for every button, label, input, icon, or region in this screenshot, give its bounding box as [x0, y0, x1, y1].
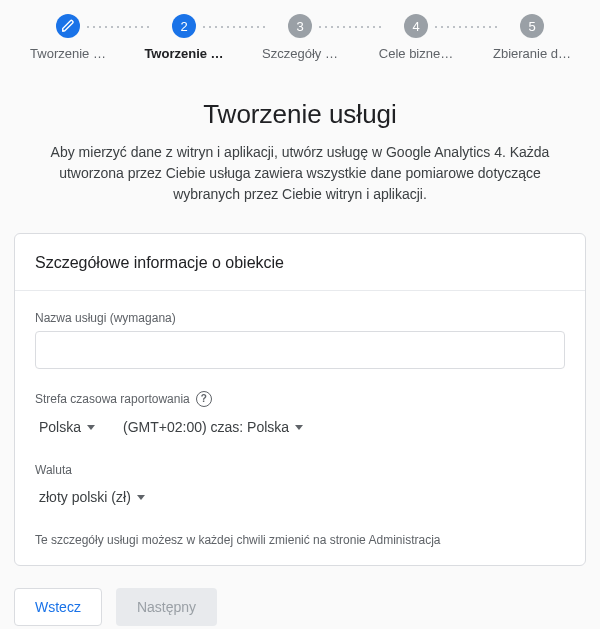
card-header: Szczegółowe informacje o obiekcie: [15, 234, 585, 291]
property-details-card: Szczegółowe informacje o obiekcie Nazwa …: [14, 233, 586, 566]
back-button[interactable]: Wstecz: [14, 588, 102, 626]
step-number-icon: 5: [520, 14, 544, 38]
country-dropdown[interactable]: Polska: [35, 413, 99, 441]
pencil-icon: [56, 14, 80, 38]
page-title: Tworzenie usługi: [0, 99, 600, 130]
step-2[interactable]: 2 Tworzenie …: [134, 14, 234, 61]
timezone-label-text: Strefa czasowa raportowania: [35, 392, 190, 406]
step-label: Tworzenie …: [30, 46, 106, 61]
step-1[interactable]: Tworzenie …: [18, 14, 118, 61]
step-number-icon: 4: [404, 14, 428, 38]
timezone-label: Strefa czasowa raportowania ?: [35, 391, 565, 407]
step-label: Cele bizne…: [379, 46, 453, 61]
wizard-footer: Wstecz Następny: [0, 566, 600, 629]
chevron-down-icon: [295, 425, 303, 430]
timezone-block: Strefa czasowa raportowania ? Polska (GM…: [35, 391, 565, 441]
step-label: Zbieranie d…: [493, 46, 571, 61]
page-subtitle: Aby mierzyć dane z witryn i aplikacji, u…: [30, 142, 570, 205]
next-button-label: Następny: [137, 599, 196, 615]
next-button[interactable]: Następny: [116, 588, 217, 626]
step-number-icon: 2: [172, 14, 196, 38]
service-name-label: Nazwa usługi (wymagana): [35, 311, 565, 325]
service-name-input[interactable]: [35, 331, 565, 369]
chevron-down-icon: [137, 495, 145, 500]
currency-dropdown[interactable]: złoty polski (zł): [35, 483, 149, 511]
country-dropdown-value: Polska: [39, 419, 81, 435]
card-footnote: Te szczegóły usługi możesz w każdej chwi…: [35, 533, 565, 547]
help-icon[interactable]: ?: [196, 391, 212, 407]
currency-dropdown-value: złoty polski (zł): [39, 489, 131, 505]
step-4[interactable]: 4 Cele bizne…: [366, 14, 466, 61]
stepper: Tworzenie … 2 Tworzenie … 3 Szczegóły … …: [0, 0, 600, 61]
timezone-dropdown-value: (GMT+02:00) czas: Polska: [123, 419, 289, 435]
service-name-block: Nazwa usługi (wymagana): [35, 311, 565, 369]
step-number-icon: 3: [288, 14, 312, 38]
chevron-down-icon: [87, 425, 95, 430]
step-label: Tworzenie …: [144, 46, 223, 61]
step-5[interactable]: 5 Zbieranie d…: [482, 14, 582, 61]
step-3[interactable]: 3 Szczegóły …: [250, 14, 350, 61]
back-button-label: Wstecz: [35, 599, 81, 615]
timezone-dropdown[interactable]: (GMT+02:00) czas: Polska: [119, 413, 307, 441]
currency-label: Waluta: [35, 463, 565, 477]
step-label: Szczegóły …: [262, 46, 338, 61]
currency-block: Waluta złoty polski (zł): [35, 463, 565, 511]
